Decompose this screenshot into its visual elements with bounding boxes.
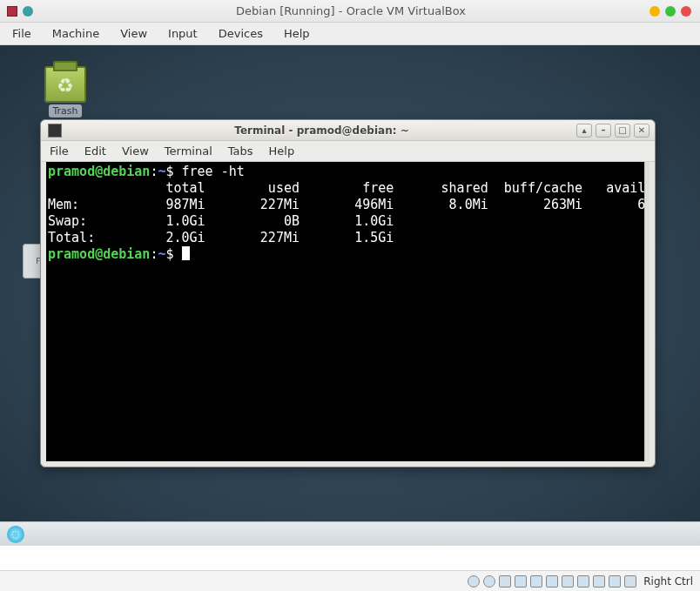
vbox-menubar: File Machine View Input Devices Help bbox=[0, 23, 700, 45]
terminal-minimize-button[interactable]: – bbox=[596, 124, 611, 138]
terminal-app-icon bbox=[48, 124, 62, 138]
vbox-menu-file[interactable]: File bbox=[12, 27, 31, 40]
terminal-shade-button[interactable]: ▴ bbox=[576, 124, 592, 138]
terminal-output-header: total used free shared buff/cache availa… bbox=[48, 180, 648, 197]
terminal-window: Terminal - pramod@debian: ~ ▴ – □ ✕ File… bbox=[40, 119, 656, 467]
guest-taskbar: ◌ bbox=[0, 521, 700, 546]
term-menu-edit[interactable]: Edit bbox=[84, 144, 106, 158]
trash-icon: ♻ bbox=[44, 66, 86, 103]
status-mouse-icon[interactable] bbox=[609, 575, 621, 588]
vbox-menu-input[interactable]: Input bbox=[168, 27, 198, 40]
vbox-statusbar: Right Ctrl bbox=[0, 570, 700, 591]
maximize-dot-icon[interactable] bbox=[665, 6, 676, 17]
start-menu-button[interactable]: ◌ bbox=[7, 526, 24, 543]
status-display-icon[interactable] bbox=[562, 575, 574, 588]
term-menu-file[interactable]: File bbox=[50, 144, 69, 158]
vbox-titlebar: Debian [Running] - Oracle VM VirtualBox bbox=[0, 0, 700, 23]
terminal-scrollbar[interactable] bbox=[644, 162, 650, 461]
terminal-window-title: Terminal - pramod@debian: ~ bbox=[67, 124, 576, 137]
status-usb-icon[interactable] bbox=[530, 575, 542, 588]
term-menu-view[interactable]: View bbox=[122, 144, 149, 158]
terminal-body[interactable]: pramod@debian:~$ free -ht total used fre… bbox=[46, 162, 650, 461]
terminal-prompt-line-1: pramod@debian:~$ free -ht bbox=[48, 164, 648, 180]
terminal-output-swap: Swap: 1.0Gi 0B 1.0Gi bbox=[48, 213, 648, 230]
status-optical-icon[interactable] bbox=[483, 575, 495, 588]
term-menu-tabs[interactable]: Tabs bbox=[228, 144, 253, 158]
vbox-menu-devices[interactable]: Devices bbox=[219, 27, 263, 40]
trash-label: Trash bbox=[49, 104, 81, 118]
status-features-icon[interactable] bbox=[593, 575, 605, 588]
status-audio-icon[interactable] bbox=[499, 575, 511, 588]
vbox-menu-help[interactable]: Help bbox=[284, 27, 310, 40]
term-menu-help[interactable]: Help bbox=[269, 144, 295, 158]
terminal-maximize-button[interactable]: □ bbox=[615, 124, 630, 138]
minimize-dot-icon[interactable] bbox=[650, 6, 660, 17]
term-menu-terminal[interactable]: Terminal bbox=[165, 144, 212, 158]
status-shared-folder-icon[interactable] bbox=[546, 575, 558, 588]
status-recording-icon[interactable] bbox=[577, 575, 589, 588]
terminal-output-total: Total: 2.0Gi 227Mi 1.5Gi bbox=[48, 230, 648, 246]
terminal-titlebar[interactable]: Terminal - pramod@debian: ~ ▴ – □ ✕ bbox=[41, 120, 655, 141]
terminal-menubar: File Edit View Terminal Tabs Help bbox=[41, 141, 655, 162]
guest-display: ♻ Trash Fil Terminal - pramod@debian: ~ … bbox=[0, 45, 700, 546]
recycle-icon: ♻ bbox=[53, 75, 77, 94]
status-network-icon[interactable] bbox=[515, 575, 527, 588]
vbox-menu-machine[interactable]: Machine bbox=[52, 27, 99, 40]
vbox-app-icon bbox=[7, 6, 17, 17]
cursor-icon bbox=[182, 246, 190, 260]
terminal-close-button[interactable]: ✕ bbox=[634, 124, 650, 138]
host-key-label: Right Ctrl bbox=[643, 575, 693, 588]
status-keyboard-icon[interactable] bbox=[624, 575, 636, 588]
vbox-state-icon bbox=[23, 6, 33, 17]
terminal-prompt-line-2: pramod@debian:~$ bbox=[48, 246, 648, 263]
desktop-trash[interactable]: ♻ Trash bbox=[38, 66, 92, 118]
vbox-window-title: Debian [Running] - Oracle VM VirtualBox bbox=[52, 4, 650, 17]
close-dot-icon[interactable] bbox=[681, 6, 691, 17]
status-hdd-icon[interactable] bbox=[468, 575, 480, 588]
vbox-menu-view[interactable]: View bbox=[120, 27, 147, 40]
terminal-output-mem: Mem: 987Mi 227Mi 496Mi 8.0Mi 263Mi 615Mi bbox=[48, 197, 648, 213]
